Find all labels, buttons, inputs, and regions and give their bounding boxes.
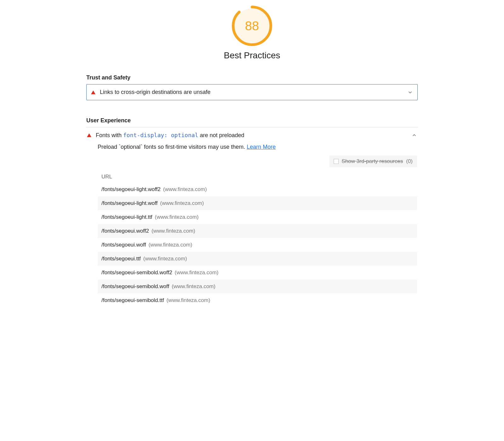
table-row[interactable]: /fonts/segoeui-semibold.woff2 (www.finte… bbox=[98, 266, 417, 280]
url-host: (www.finteza.com) bbox=[148, 242, 192, 248]
third-party-toggle[interactable]: Show 3rd-party resources (0) bbox=[329, 155, 417, 167]
url-path: /fonts/segoeui.woff2 bbox=[101, 228, 149, 234]
table-row[interactable]: /fonts/segoeui-semibold.woff (www.fintez… bbox=[98, 280, 417, 293]
url-host: (www.finteza.com) bbox=[163, 186, 207, 193]
url-path: /fonts/segoeui-semibold.woff2 bbox=[101, 270, 172, 276]
url-table: URL /fonts/segoeui-light.woff2 (www.fint… bbox=[98, 171, 417, 307]
score-value: 88 bbox=[232, 6, 272, 46]
url-host: (www.finteza.com) bbox=[143, 256, 187, 262]
url-host: (www.finteza.com) bbox=[155, 214, 199, 220]
url-path: /fonts/segoeui-light.ttf bbox=[101, 214, 152, 220]
audit-title: Links to cross-origin destinations are u… bbox=[100, 89, 403, 96]
third-party-count: (0) bbox=[406, 158, 413, 165]
learn-more-link[interactable]: Learn More bbox=[247, 144, 276, 150]
section-title-ux: User Experience bbox=[86, 117, 418, 124]
third-party-label: Show 3rd-party resources bbox=[342, 158, 403, 165]
table-row[interactable]: /fonts/segoeui-light.woff (www.finteza.c… bbox=[98, 196, 417, 210]
url-path: /fonts/segoeui.woff bbox=[101, 242, 146, 248]
table-row[interactable]: /fonts/segoeui.woff (www.finteza.com) bbox=[98, 238, 417, 252]
audit-title-suffix: are not preloaded bbox=[198, 132, 244, 138]
url-path: /fonts/segoeui-light.woff2 bbox=[101, 186, 161, 193]
warning-triangle-icon bbox=[87, 133, 91, 137]
warning-triangle-icon bbox=[91, 90, 95, 94]
category-title: Best Practices bbox=[224, 50, 280, 61]
url-host: (www.finteza.com) bbox=[166, 297, 210, 304]
section-title-trust: Trust and Safety bbox=[86, 74, 418, 81]
audit-toggle[interactable]: Fonts with font-display: optional are no… bbox=[87, 132, 417, 139]
table-row[interactable]: /fonts/segoeui-light.woff2 (www.finteza.… bbox=[98, 183, 417, 196]
table-row[interactable]: /fonts/segoeui.ttf (www.finteza.com) bbox=[98, 252, 417, 266]
audit-cross-origin-links[interactable]: Links to cross-origin destinations are u… bbox=[86, 84, 418, 100]
url-path: /fonts/segoeui.ttf bbox=[101, 256, 141, 262]
third-party-toggle-wrap: Show 3rd-party resources (0) bbox=[98, 155, 417, 167]
url-path: /fonts/segoeui-semibold.woff bbox=[101, 283, 169, 290]
score-gauge-ring: 88 bbox=[232, 6, 272, 46]
url-path: /fonts/segoeui-semibold.ttf bbox=[101, 297, 164, 304]
table-row[interactable]: /fonts/segoeui-semibold.ttf (www.finteza… bbox=[98, 293, 417, 307]
checkbox-icon[interactable] bbox=[334, 159, 339, 164]
table-row[interactable]: /fonts/segoeui-light.ttf (www.finteza.co… bbox=[98, 210, 417, 224]
score-gauge: 88 Best Practices bbox=[86, 6, 418, 70]
audit-title: Fonts with font-display: optional are no… bbox=[96, 132, 407, 139]
url-host: (www.finteza.com) bbox=[172, 283, 215, 290]
chevron-up-icon bbox=[411, 132, 417, 138]
audit-font-display-optional: Fonts with font-display: optional are no… bbox=[86, 127, 418, 312]
table-header-url: URL bbox=[98, 171, 417, 183]
url-host: (www.finteza.com) bbox=[160, 200, 204, 206]
audit-description: Preload `optional` fonts so first-time v… bbox=[98, 144, 417, 150]
chevron-down-icon bbox=[407, 90, 413, 95]
url-path: /fonts/segoeui-light.woff bbox=[101, 200, 158, 206]
audit-title-prefix: Fonts with bbox=[96, 132, 123, 138]
audit-description-text: Preload `optional` fonts so first-time v… bbox=[98, 144, 247, 150]
audit-title-code: font-display: optional bbox=[123, 132, 198, 138]
url-host: (www.finteza.com) bbox=[175, 270, 219, 276]
url-host: (www.finteza.com) bbox=[152, 228, 195, 234]
table-row[interactable]: /fonts/segoeui.woff2 (www.finteza.com) bbox=[98, 224, 417, 238]
